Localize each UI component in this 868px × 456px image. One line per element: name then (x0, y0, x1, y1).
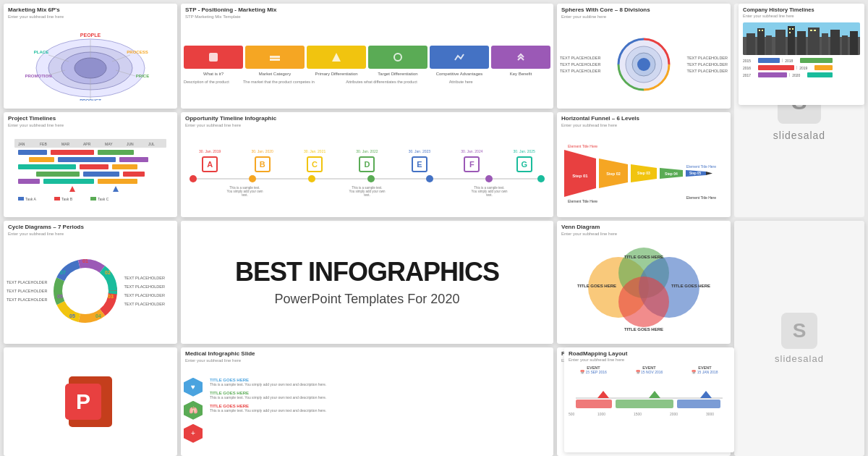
medical-infographic-card[interactable]: Medical Infographic Slide Enter your sub… (181, 347, 553, 456)
road-mapping-content: EVENT 📅 15 SEP 2016 EVENT 📅 15 NOV 2016 … (564, 363, 734, 425)
svg-text:500: 500 (569, 412, 575, 416)
svg-text:PEOPLE: PEOPLE (80, 33, 101, 38)
venn-diagram-card[interactable]: Venn Diagram Enter your subhead line her… (557, 221, 731, 344)
svg-text:3000: 3000 (706, 412, 714, 416)
opportunity-timeline-card[interactable]: Opportunity Timeline Infographic Enter y… (181, 112, 553, 217)
svg-rect-47 (98, 179, 137, 184)
project-timelines-card[interactable]: Project Timelines Enter your subhead lin… (4, 112, 177, 217)
svg-rect-134 (576, 400, 612, 408)
slidesalad-text: slidesalad (775, 353, 824, 364)
svg-text:PROMOTION: PROMOTION (25, 74, 52, 78)
svg-rect-113 (757, 28, 765, 55)
svg-rect-50 (18, 197, 24, 200)
venn-diagram-content: TITLE GOES HERE TITLE GOES HERE TITLE GO… (557, 238, 731, 344)
medical-infographic-title: Medical Infographic Slide (181, 347, 553, 358)
svg-rect-135 (616, 400, 673, 408)
svg-point-20 (394, 54, 401, 61)
svg-rect-122 (850, 31, 858, 55)
svg-marker-61 (706, 172, 712, 175)
svg-rect-52 (54, 197, 60, 200)
svg-rect-34 (51, 150, 94, 155)
svg-rect-38 (119, 157, 148, 162)
svg-rect-123 (759, 30, 760, 31)
company-history-content: 2015 | 2018 2016 | 2019 2017 | 2020 (739, 20, 864, 80)
opportunity-timeline-content: 30. Jan. 2019 30. Jan. 2020 30. Jan. 202… (181, 130, 553, 217)
svg-text:PRICE: PRICE (136, 74, 149, 78)
cycle-diagrams-title: Cycle Diagrams – 7 Periods (4, 221, 177, 232)
ppt-content: P (59, 347, 122, 456)
ppt-icon-card[interactable]: P (4, 347, 177, 456)
horizontal-funnel-content: Step 01 Step 02 Step 03 Step 04 Step 05 … (557, 130, 731, 217)
svg-point-24 (637, 58, 650, 71)
project-timelines-subtitle: Enter your subhead line here (4, 123, 177, 130)
svg-text:TITLE GOES HERE: TITLE GOES HERE (671, 284, 710, 288)
svg-rect-42 (36, 172, 80, 177)
road-mapping-title: RoadMapping Layout (564, 347, 734, 358)
svg-marker-131 (597, 391, 609, 398)
medical-infographic-subtitle: Enter your subhead line here (181, 358, 553, 365)
svg-text:04: 04 (96, 313, 102, 318)
cycle-diagrams-subtitle: Enter your subhead line here (4, 232, 177, 238)
company-history-subtitle: Enter your subhead line here (739, 14, 864, 20)
svg-text:2000: 2000 (670, 412, 678, 416)
svg-rect-136 (677, 400, 720, 408)
svg-text:1000: 1000 (597, 412, 605, 416)
cycle-diagrams-card[interactable]: Cycle Diagrams – 7 Periods Enter your su… (4, 221, 177, 344)
svg-marker-133 (700, 391, 712, 398)
svg-text:MAR: MAR (61, 142, 70, 146)
svg-rect-54 (90, 197, 96, 200)
opportunity-timeline-title: Opportunity Timeline Infographic (181, 112, 553, 123)
marketing-mix-content: PEOPLE PROCESS PRICE PRODUCT PROMOTION P… (4, 21, 177, 109)
hero-subtitle: PowerPoint Templates For 2020 (275, 292, 460, 307)
spheres-card[interactable]: Spheres With Core – 8 Divisions Enter yo… (557, 4, 731, 109)
svg-text:01: 01 (83, 258, 89, 263)
horizontal-funnel-card[interactable]: Horizontal Funnel – 6 Levels Enter your … (557, 112, 731, 217)
svg-text:Element Title Here: Element Title Here (568, 144, 597, 148)
svg-text:Element Title Here: Element Title Here (686, 195, 716, 200)
venn-diagram-title: Venn Diagram (557, 221, 731, 232)
marketing-mix-title: Marketing Mix 6P's (4, 4, 177, 14)
stp-subtitle: STP Marketing Mix Template (181, 14, 553, 21)
svg-text:APR: APR (83, 142, 91, 146)
svg-marker-19 (332, 53, 341, 62)
horizontal-funnel-graphic: Step 01 Step 02 Step 03 Step 04 Step 05 … (564, 143, 723, 204)
svg-rect-128 (810, 30, 812, 31)
horizontal-funnel-title: Horizontal Funnel – 6 Levels (557, 112, 731, 123)
svg-text:07: 07 (61, 270, 67, 275)
svg-text:TITLE GOES HERE: TITLE GOES HERE (577, 284, 616, 288)
svg-text:FEB: FEB (40, 142, 47, 146)
road-mapping-card[interactable]: RoadMapping Layout Enter your subhead li… (564, 347, 734, 452)
svg-rect-121 (842, 35, 848, 55)
svg-rect-120 (830, 30, 840, 55)
svg-rect-115 (775, 30, 786, 55)
svg-text:03: 03 (109, 294, 114, 299)
svg-text:JAN: JAN (18, 142, 25, 146)
main-grid: Marketing Mix 6P's Enter your subhead li… (0, 0, 868, 456)
project-timelines-content: JAN FEB MAR APR MAY JUN JUL (4, 130, 177, 217)
marketing-mix-card[interactable]: Marketing Mix 6P's Enter your subhead li… (4, 4, 177, 109)
svg-text:Step 05: Step 05 (689, 172, 702, 175)
hero-section: BEST INFOGRAPHICS PowerPoint Templates F… (181, 221, 553, 344)
company-history-card[interactable]: Company History Timelines Enter your sub… (739, 4, 864, 105)
svg-rect-16 (209, 53, 218, 62)
svg-text:Task C: Task C (98, 197, 109, 201)
opportunity-timeline-subtitle: Enter your subhead line here (181, 123, 553, 130)
svg-rect-17 (270, 56, 280, 58)
svg-text:MAY: MAY (105, 142, 113, 146)
hero-title: BEST INFOGRAPHICS (235, 258, 499, 287)
cycle-diagrams-content: TEXT PLACEHOLDER TEXT PLACEHOLDER TEXT P… (4, 238, 177, 344)
project-timelines-title: Project Timelines (4, 112, 177, 123)
svg-text:PLACE: PLACE (34, 50, 48, 54)
svg-marker-132 (649, 391, 660, 398)
svg-text:02: 02 (106, 270, 111, 275)
svg-text:P: P (76, 389, 90, 413)
svg-rect-118 (808, 28, 820, 55)
svg-rect-117 (797, 31, 806, 55)
svg-rect-127 (792, 28, 793, 30)
svg-rect-39 (18, 164, 76, 169)
svg-text:Step 01: Step 01 (572, 174, 588, 178)
svg-rect-35 (98, 150, 134, 155)
svg-marker-49 (113, 186, 119, 192)
svg-rect-126 (789, 32, 791, 33)
stp-card[interactable]: STP - Positioning - Marketing Mix STP Ma… (181, 4, 553, 109)
